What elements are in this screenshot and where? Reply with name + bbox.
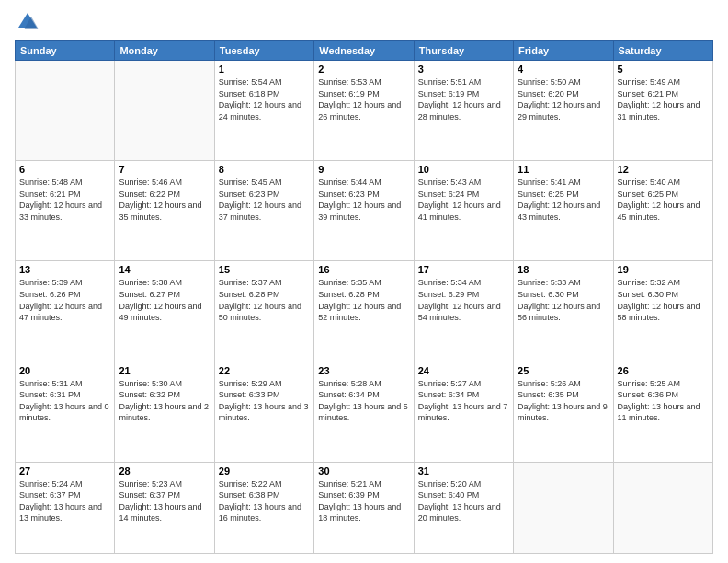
day-number: 2 xyxy=(318,63,409,75)
day-info: Sunrise: 5:46 AM Sunset: 6:22 PM Dayligh… xyxy=(119,177,210,223)
calendar-cell: 8Sunrise: 5:45 AM Sunset: 6:23 PM Daylig… xyxy=(214,161,313,261)
day-number: 6 xyxy=(19,164,110,175)
day-info: Sunrise: 5:53 AM Sunset: 6:19 PM Dayligh… xyxy=(318,76,409,122)
calendar-cell: 2Sunrise: 5:53 AM Sunset: 6:19 PM Daylig… xyxy=(314,61,414,161)
day-number: 31 xyxy=(418,465,509,477)
day-info: Sunrise: 5:50 AM Sunset: 6:20 PM Dayligh… xyxy=(518,76,609,122)
day-info: Sunrise: 5:40 AM Sunset: 6:25 PM Dayligh… xyxy=(618,177,709,223)
logo-icon xyxy=(15,9,40,35)
day-number: 15 xyxy=(219,264,310,275)
calendar-cell: 14Sunrise: 5:38 AM Sunset: 6:27 PM Dayli… xyxy=(115,261,214,362)
day-info: Sunrise: 5:34 AM Sunset: 6:29 PM Dayligh… xyxy=(418,277,509,323)
day-number: 21 xyxy=(119,365,210,376)
day-number: 29 xyxy=(219,465,310,477)
day-number: 28 xyxy=(119,465,210,477)
day-number: 14 xyxy=(119,264,210,275)
day-info: Sunrise: 5:44 AM Sunset: 6:23 PM Dayligh… xyxy=(318,177,409,223)
calendar-cell: 24Sunrise: 5:27 AM Sunset: 6:34 PM Dayli… xyxy=(414,362,513,462)
calendar-cell: 29Sunrise: 5:22 AM Sunset: 6:38 PM Dayli… xyxy=(214,462,313,553)
calendar-cell: 3Sunrise: 5:51 AM Sunset: 6:19 PM Daylig… xyxy=(414,61,513,161)
calendar-cell xyxy=(16,61,115,161)
day-info: Sunrise: 5:29 AM Sunset: 6:33 PM Dayligh… xyxy=(219,378,310,424)
day-info: Sunrise: 5:23 AM Sunset: 6:37 PM Dayligh… xyxy=(119,478,210,524)
day-info: Sunrise: 5:33 AM Sunset: 6:30 PM Dayligh… xyxy=(518,277,609,323)
calendar-cell: 5Sunrise: 5:49 AM Sunset: 6:21 PM Daylig… xyxy=(613,61,712,161)
day-number: 22 xyxy=(219,365,310,376)
week-row-2: 6Sunrise: 5:48 AM Sunset: 6:21 PM Daylig… xyxy=(16,161,713,261)
day-number: 11 xyxy=(518,164,609,175)
calendar-cell: 13Sunrise: 5:39 AM Sunset: 6:26 PM Dayli… xyxy=(16,261,115,362)
day-number: 10 xyxy=(418,164,509,175)
calendar-cell: 20Sunrise: 5:31 AM Sunset: 6:31 PM Dayli… xyxy=(16,362,115,462)
calendar-cell xyxy=(514,462,613,553)
weekday-header-sunday: Sunday xyxy=(16,41,115,61)
calendar-cell: 1Sunrise: 5:54 AM Sunset: 6:18 PM Daylig… xyxy=(214,61,313,161)
day-info: Sunrise: 5:21 AM Sunset: 6:39 PM Dayligh… xyxy=(318,478,409,524)
day-number: 9 xyxy=(318,164,409,175)
week-row-1: 1Sunrise: 5:54 AM Sunset: 6:18 PM Daylig… xyxy=(16,61,713,161)
day-info: Sunrise: 5:22 AM Sunset: 6:38 PM Dayligh… xyxy=(219,478,310,524)
day-number: 12 xyxy=(618,164,709,175)
day-number: 1 xyxy=(219,63,310,75)
day-info: Sunrise: 5:49 AM Sunset: 6:21 PM Dayligh… xyxy=(618,76,709,122)
day-number: 24 xyxy=(418,365,509,376)
day-info: Sunrise: 5:39 AM Sunset: 6:26 PM Dayligh… xyxy=(19,277,110,323)
calendar-cell: 7Sunrise: 5:46 AM Sunset: 6:22 PM Daylig… xyxy=(115,161,214,261)
calendar-cell xyxy=(613,462,712,553)
day-number: 27 xyxy=(19,465,110,477)
weekday-header-saturday: Saturday xyxy=(613,41,712,61)
header xyxy=(15,9,713,35)
day-info: Sunrise: 5:48 AM Sunset: 6:21 PM Dayligh… xyxy=(19,177,110,223)
calendar-table: SundayMondayTuesdayWednesdayThursdayFrid… xyxy=(15,40,713,554)
day-info: Sunrise: 5:30 AM Sunset: 6:32 PM Dayligh… xyxy=(119,378,210,424)
calendar-cell: 28Sunrise: 5:23 AM Sunset: 6:37 PM Dayli… xyxy=(115,462,214,553)
day-number: 8 xyxy=(219,164,310,175)
day-info: Sunrise: 5:24 AM Sunset: 6:37 PM Dayligh… xyxy=(19,478,110,524)
calendar-cell: 9Sunrise: 5:44 AM Sunset: 6:23 PM Daylig… xyxy=(314,161,414,261)
calendar-cell: 26Sunrise: 5:25 AM Sunset: 6:36 PM Dayli… xyxy=(613,362,712,462)
weekday-header-monday: Monday xyxy=(115,41,214,61)
calendar-cell: 22Sunrise: 5:29 AM Sunset: 6:33 PM Dayli… xyxy=(214,362,313,462)
calendar-cell: 15Sunrise: 5:37 AM Sunset: 6:28 PM Dayli… xyxy=(214,261,313,362)
day-info: Sunrise: 5:43 AM Sunset: 6:24 PM Dayligh… xyxy=(418,177,509,223)
week-row-5: 27Sunrise: 5:24 AM Sunset: 6:37 PM Dayli… xyxy=(16,462,713,553)
calendar-cell: 16Sunrise: 5:35 AM Sunset: 6:28 PM Dayli… xyxy=(314,261,414,362)
calendar-cell: 23Sunrise: 5:28 AM Sunset: 6:34 PM Dayli… xyxy=(314,362,414,462)
day-number: 16 xyxy=(318,264,409,275)
day-number: 25 xyxy=(518,365,609,376)
day-info: Sunrise: 5:32 AM Sunset: 6:30 PM Dayligh… xyxy=(618,277,709,323)
page: SundayMondayTuesdayWednesdayThursdayFrid… xyxy=(0,0,728,563)
day-info: Sunrise: 5:31 AM Sunset: 6:31 PM Dayligh… xyxy=(19,378,110,424)
day-number: 30 xyxy=(318,465,409,477)
day-info: Sunrise: 5:27 AM Sunset: 6:34 PM Dayligh… xyxy=(418,378,509,424)
day-info: Sunrise: 5:45 AM Sunset: 6:23 PM Dayligh… xyxy=(219,177,310,223)
day-info: Sunrise: 5:28 AM Sunset: 6:34 PM Dayligh… xyxy=(318,378,409,424)
day-number: 19 xyxy=(618,264,709,275)
day-number: 17 xyxy=(418,264,509,275)
day-info: Sunrise: 5:38 AM Sunset: 6:27 PM Dayligh… xyxy=(119,277,210,323)
calendar-cell: 27Sunrise: 5:24 AM Sunset: 6:37 PM Dayli… xyxy=(16,462,115,553)
weekday-header-friday: Friday xyxy=(514,41,613,61)
calendar-cell: 10Sunrise: 5:43 AM Sunset: 6:24 PM Dayli… xyxy=(414,161,513,261)
day-number: 13 xyxy=(19,264,110,275)
weekday-header-row: SundayMondayTuesdayWednesdayThursdayFrid… xyxy=(16,41,713,61)
calendar-cell: 11Sunrise: 5:41 AM Sunset: 6:25 PM Dayli… xyxy=(514,161,613,261)
calendar-cell: 21Sunrise: 5:30 AM Sunset: 6:32 PM Dayli… xyxy=(115,362,214,462)
calendar-cell: 30Sunrise: 5:21 AM Sunset: 6:39 PM Dayli… xyxy=(314,462,414,553)
day-info: Sunrise: 5:26 AM Sunset: 6:35 PM Dayligh… xyxy=(518,378,609,424)
day-number: 4 xyxy=(518,63,609,75)
day-info: Sunrise: 5:35 AM Sunset: 6:28 PM Dayligh… xyxy=(318,277,409,323)
weekday-header-wednesday: Wednesday xyxy=(314,41,414,61)
calendar-cell: 12Sunrise: 5:40 AM Sunset: 6:25 PM Dayli… xyxy=(613,161,712,261)
day-number: 7 xyxy=(119,164,210,175)
day-number: 5 xyxy=(618,63,709,75)
day-number: 18 xyxy=(518,264,609,275)
calendar-cell: 6Sunrise: 5:48 AM Sunset: 6:21 PM Daylig… xyxy=(16,161,115,261)
week-row-4: 20Sunrise: 5:31 AM Sunset: 6:31 PM Dayli… xyxy=(16,362,713,462)
calendar-cell: 31Sunrise: 5:20 AM Sunset: 6:40 PM Dayli… xyxy=(414,462,513,553)
day-number: 26 xyxy=(618,365,709,376)
weekday-header-thursday: Thursday xyxy=(414,41,513,61)
weekday-header-tuesday: Tuesday xyxy=(214,41,313,61)
calendar-cell xyxy=(115,61,214,161)
day-info: Sunrise: 5:25 AM Sunset: 6:36 PM Dayligh… xyxy=(618,378,709,424)
